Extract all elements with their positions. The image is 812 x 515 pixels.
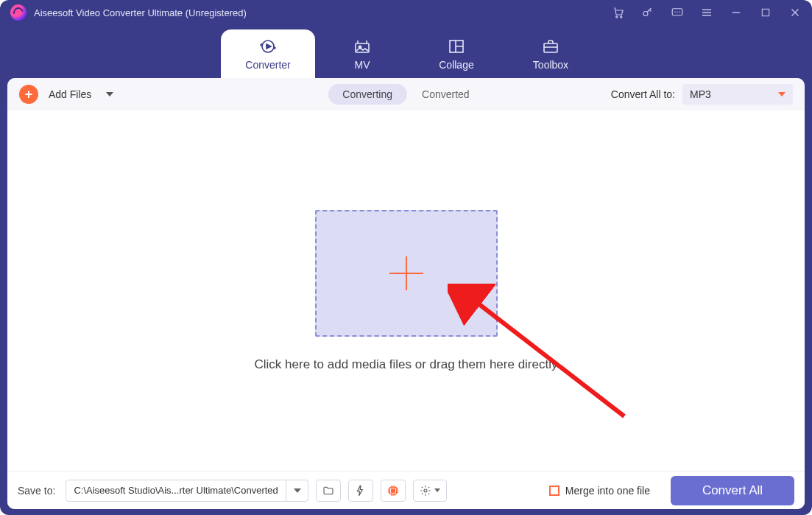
action-bar: + Add Files Converting Converted Convert… — [7, 78, 805, 111]
segment-converting[interactable]: Converting — [328, 84, 407, 105]
settings-button[interactable] — [413, 480, 447, 502]
svg-point-15 — [424, 489, 427, 492]
bottom-bar: Save to: C:\Aiseesoft Studio\Ais...rter … — [7, 471, 805, 509]
menu-icon[interactable] — [700, 6, 713, 19]
titlebar-controls — [612, 6, 802, 19]
add-media-dropzone[interactable] — [315, 210, 498, 337]
key-icon[interactable] — [641, 6, 654, 19]
save-path-dropdown[interactable] — [286, 480, 308, 501]
minimize-icon[interactable] — [730, 6, 743, 19]
toolbox-icon — [541, 37, 560, 56]
tab-label: Toolbox — [533, 59, 568, 71]
convert-all-to-label: Convert All to: — [611, 88, 675, 100]
plus-icon — [389, 256, 423, 290]
save-to-label: Save to: — [18, 485, 55, 497]
cart-icon[interactable] — [612, 6, 625, 19]
convert-all-label: Convert All — [702, 483, 763, 498]
drop-area: Click here to add media files or drag th… — [7, 111, 805, 471]
svg-rect-14 — [392, 488, 395, 492]
convert-all-button[interactable]: Convert All — [671, 476, 794, 505]
status-segment: Converting Converted — [328, 84, 484, 105]
app-window: Aiseesoft Video Converter Ultimate (Unre… — [0, 0, 812, 515]
gpu-on-button[interactable] — [381, 480, 406, 502]
app-logo-icon — [10, 4, 27, 21]
dropzone-hint: Click here to add media files or drag th… — [255, 357, 558, 372]
save-path-box: C:\Aiseesoft Studio\Ais...rter Ultimate\… — [66, 480, 308, 502]
add-files-plus-icon[interactable]: + — [19, 85, 38, 104]
svg-point-2 — [643, 12, 648, 16]
tab-label: MV — [355, 59, 370, 71]
svg-point-0 — [616, 16, 618, 18]
output-format-value: MP3 — [690, 88, 711, 100]
output-format-select[interactable]: MP3 — [682, 84, 793, 105]
checkbox-icon — [549, 486, 559, 496]
maximize-icon[interactable] — [759, 6, 772, 19]
svg-rect-10 — [544, 43, 557, 52]
window-title: Aiseesoft Video Converter Ultimate (Unre… — [34, 7, 247, 18]
chevron-down-icon — [434, 488, 440, 492]
convert-all-to-group: Convert All to: MP3 — [611, 84, 793, 105]
svg-rect-4 — [762, 9, 769, 15]
add-files-dropdown-caret[interactable] — [106, 92, 113, 97]
collage-icon — [447, 37, 466, 56]
close-icon[interactable] — [788, 6, 802, 19]
save-path-value: C:\Aiseesoft Studio\Ais...rter Ultimate\… — [66, 485, 286, 496]
converter-icon — [258, 37, 278, 56]
feedback-icon[interactable] — [671, 6, 684, 19]
svg-point-1 — [621, 16, 622, 18]
merge-checkbox[interactable]: Merge into one file — [549, 485, 650, 497]
mv-icon — [353, 37, 372, 56]
main-panel: + Add Files Converting Converted Convert… — [7, 78, 805, 509]
chevron-down-icon — [778, 92, 785, 97]
tab-toolbox[interactable]: Toolbox — [504, 29, 598, 78]
add-files-button[interactable]: Add Files — [49, 88, 91, 100]
main-tabs: Converter MV Collage Toolbox — [0, 25, 812, 78]
tab-label: Collage — [439, 59, 473, 71]
tab-label: Converter — [245, 59, 290, 71]
tab-converter[interactable]: Converter — [221, 29, 315, 78]
merge-label: Merge into one file — [565, 485, 650, 497]
svg-marker-6 — [266, 44, 271, 49]
svg-rect-7 — [356, 43, 369, 52]
open-folder-button[interactable] — [316, 480, 341, 502]
segment-converted[interactable]: Converted — [407, 84, 484, 105]
titlebar: Aiseesoft Video Converter Ultimate (Unre… — [0, 0, 812, 25]
tab-mv[interactable]: MV — [315, 29, 409, 78]
lightning-off-button[interactable] — [348, 480, 373, 502]
tab-collage[interactable]: Collage — [409, 29, 504, 78]
